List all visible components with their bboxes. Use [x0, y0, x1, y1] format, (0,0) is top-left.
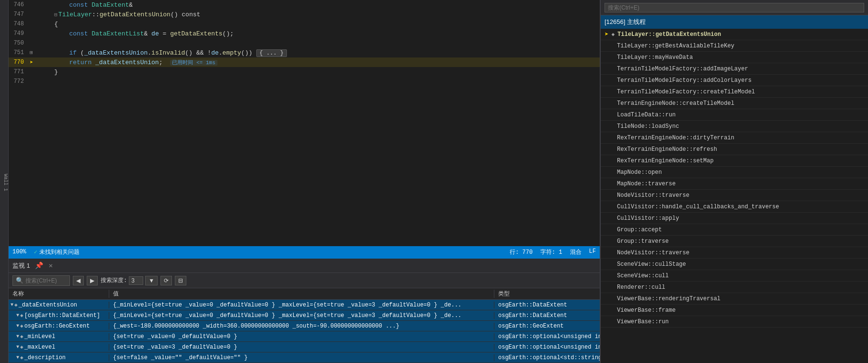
col-header-type: 类型 — [494, 290, 600, 298]
row-value-minlevel: {set=true _value=0 _defaultValue=0 } — [109, 333, 494, 340]
watch-close-btn[interactable]: ✕ — [48, 261, 54, 271]
row-icon: ◈ — [20, 333, 23, 340]
call-stack-item-22[interactable]: SceneView::cull — [601, 270, 868, 282]
wall-strip: Wall 1 — [0, 0, 9, 363]
call-stack-item-1[interactable]: ➤ ◈ TileLayer::getDataExtentsUnion — [601, 29, 868, 40]
call-frame-name: RexTerrainEngineNode::setMap — [617, 158, 714, 164]
call-stack-item-9[interactable]: TileNode::loadSync — [601, 121, 868, 132]
call-stack-item-10[interactable]: RexTerrainEngineNode::dirtyTerrain — [601, 132, 868, 144]
call-stack-item-11[interactable]: RexTerrainEngineNode::refresh — [601, 144, 868, 155]
watch-row-minlevel[interactable]: ▼ ◈ _minLevel {set=true _value=0 _defaul… — [9, 331, 600, 342]
nav-forward-btn[interactable]: ▶ — [87, 276, 98, 285]
call-frame-name: TerrainTileModelFactory::addImageLayer — [617, 66, 748, 72]
row-label: [osgEarth::DataExtent] — [24, 312, 100, 319]
row-icon: ◈ — [14, 302, 18, 308]
call-stack-item-6[interactable]: TerrainTileModelFactory::createTileModel — [601, 86, 868, 98]
code-area[interactable]: 746 const DataExtent& 747 ⊟TileLayer::ge… — [9, 0, 600, 246]
call-frame-name: RexTerrainEngineNode::refresh — [617, 146, 717, 153]
call-stack-panel: [12656] 主线程 ➤ ◈ TileLayer::getDataExtent… — [600, 0, 868, 363]
wall-label: Wall 1 — [3, 174, 8, 191]
row-type-geoextent: osgEarth::GeoExtent — [494, 323, 600, 329]
call-stack-item-18[interactable]: Group::accept — [601, 224, 868, 236]
call-frame-name: TileNode::loadSync — [617, 123, 679, 130]
call-stack-item-23[interactable]: Renderer::cull — [601, 282, 868, 293]
expand-tri[interactable]: ▼ — [16, 344, 19, 350]
watch-row-dataextent-base[interactable]: ▼ ◈ [osgEarth::DataExtent] {_minLevel={s… — [9, 310, 600, 321]
watch-search-box[interactable]: 🔍 — [12, 275, 70, 286]
call-frame-name: TileLayer::mayHaveData — [617, 54, 693, 61]
code-line-747: 747 ⊟TileLayer::getDataExtentsUnion() co… — [9, 10, 600, 19]
lineending-info: LF — [589, 248, 596, 256]
code-line-771: 771 } — [9, 67, 600, 77]
call-stack-thread-header: [12656] 主线程 — [601, 15, 868, 29]
current-frame-arrow: ➤ — [605, 30, 608, 38]
nav-back-btn[interactable]: ◀ — [73, 276, 84, 285]
call-stack-item-2[interactable]: TileLayer::getBestAvailableTileKey — [601, 40, 868, 52]
call-stack-search — [601, 0, 868, 15]
call-frame-name: NodeVisitor::traverse — [617, 192, 689, 199]
call-stack-item-12[interactable]: RexTerrainEngineNode::setMap — [601, 155, 868, 167]
watch-row-dataextentsunion[interactable]: ▼ ◈ _dataExtentsUnion {_minLevel={set=tr… — [9, 300, 600, 310]
call-stack-item-17[interactable]: CullVisitor::apply — [601, 213, 868, 224]
row-type-dataextentsunion: osgEarth::DataExtent — [494, 302, 600, 308]
watch-title: 监视 1 — [12, 261, 30, 270]
watch-search-input[interactable] — [25, 277, 64, 284]
row-name-minlevel: ▼ ◈ _minLevel — [9, 333, 109, 340]
call-stack-item-14[interactable]: MapNode::traverse — [601, 178, 868, 190]
call-frame-name: Group::accept — [617, 227, 662, 233]
zoom-level[interactable]: 100% — [12, 249, 26, 255]
refresh-btn[interactable]: ⟳ — [160, 276, 172, 285]
row-label: _maxLevel — [24, 344, 56, 351]
call-stack-item-20[interactable]: NodeVisitor::traverse — [601, 247, 868, 259]
row-label: _description — [24, 354, 66, 361]
code-line-751: 751 ⊞ if (_dataExtentsUnion.isInvalid() … — [9, 48, 600, 57]
call-stack-item-26[interactable]: ViewerBase::run — [601, 316, 868, 328]
watch-row-geoextent[interactable]: ▼ ◈ osgEarth::GeoExtent {_west=-180.0000… — [9, 321, 600, 331]
call-frame-name: Renderer::cull — [617, 284, 665, 291]
code-line-750: 750 — [9, 38, 600, 48]
row-value-geoextent: {_west=-180.0000000000000 _width=360.000… — [109, 323, 494, 329]
char-info: 字符: 1 — [540, 248, 562, 256]
call-frame-name: CullVisitor::handle_cull_callbacks_and_t… — [617, 204, 779, 210]
depth-dropdown-btn[interactable]: ▼ — [145, 276, 158, 285]
code-line-770: 770 ➤ return _dataExtentsUnion; 已用时间 <= … — [9, 57, 600, 67]
expand-tri[interactable]: ▼ — [11, 302, 13, 307]
watch-table[interactable]: 名称 值 类型 ▼ ◈ _dataExtentsUnion {_minLevel… — [9, 288, 600, 363]
call-stack-item-25[interactable]: ViewerBase::frame — [601, 305, 868, 316]
call-frame-name: TileLayer::getBestAvailableTileKey — [617, 43, 734, 49]
code-line-749: 749 const DataExtentList& de = getDataEx… — [9, 29, 600, 38]
call-stack-item-7[interactable]: TerrainEngineNode::createTileModel — [601, 98, 868, 109]
call-stack-item-8[interactable]: LoadTileData::run — [601, 109, 868, 121]
call-stack-search-input[interactable] — [605, 3, 864, 12]
collapse-all-btn[interactable]: ⊟ — [175, 276, 186, 285]
search-icon: 🔍 — [16, 277, 23, 284]
call-stack-item-3[interactable]: TileLayer::mayHaveData — [601, 52, 868, 63]
call-stack-item-19[interactable]: Group::traverse — [601, 236, 868, 247]
expand-tri[interactable]: ▼ — [16, 323, 19, 329]
call-stack-item-15[interactable]: NodeVisitor::traverse — [601, 190, 868, 201]
expand-tri[interactable]: ▼ — [16, 334, 19, 339]
call-stack-item-16[interactable]: CullVisitor::handle_cull_callbacks_and_t… — [601, 201, 868, 213]
main-container: Wall 1 746 const DataExtent& 747 ⊟TileLa… — [0, 0, 868, 363]
call-stack-item-13[interactable]: MapNode::open — [601, 167, 868, 178]
code-line-748: 748 { — [9, 19, 600, 29]
watch-pin-btn[interactable]: 📌 — [34, 261, 44, 271]
row-value-description: {set=false _value="" _defaultValue="" } — [109, 354, 494, 361]
row-type-dataextent-base: osgEarth::DataExtent — [494, 312, 600, 319]
expand-tri[interactable]: ▼ — [16, 355, 19, 360]
depth-input[interactable] — [129, 276, 143, 285]
watch-row-maxlevel[interactable]: ▼ ◈ _maxLevel {set=true _value=3 _defaul… — [9, 342, 600, 352]
row-type-description: osgEarth::optional<std::string> — [494, 354, 600, 361]
call-stack-list[interactable]: ➤ ◈ TileLayer::getDataExtentsUnion TileL… — [601, 29, 868, 363]
call-frame-name: TileLayer::getDataExtentsUnion — [617, 31, 721, 38]
line-info: 行: 770 — [510, 248, 533, 256]
call-stack-item-24[interactable]: ViewerBase::renderingTraversal — [601, 293, 868, 305]
call-stack-item-5[interactable]: TerrainTileModelFactory::addColorLayers — [601, 75, 868, 86]
call-frame-name: CullVisitor::apply — [617, 215, 679, 222]
watch-row-description[interactable]: ▼ ◈ _description {set=false _value="" _d… — [9, 352, 600, 363]
expand-tri[interactable]: ▼ — [16, 313, 19, 318]
error-status: ✓ 未找到相关问题 — [34, 248, 80, 256]
call-stack-item-4[interactable]: TerrainTileModelFactory::addImageLayer — [601, 63, 868, 75]
call-stack-item-21[interactable]: SceneView::cullStage — [601, 259, 868, 270]
row-icon: ◈ — [20, 312, 23, 318]
